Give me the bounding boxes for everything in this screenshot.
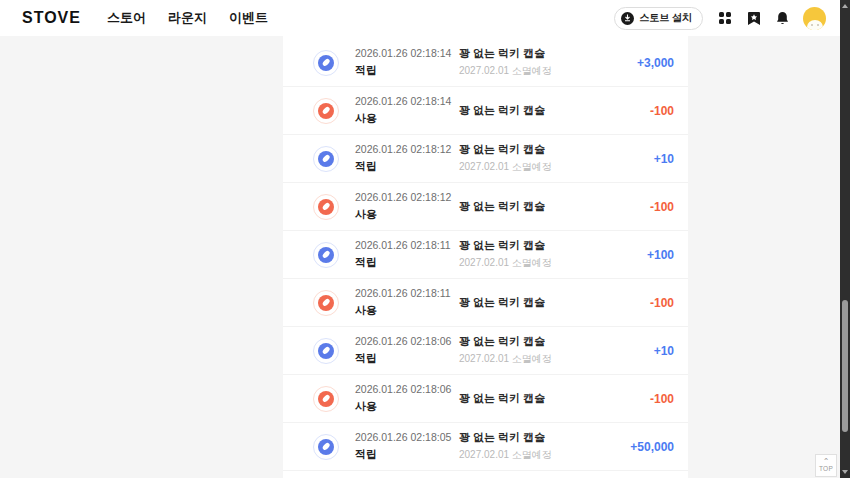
expiry-date: 2027.02.01 소멸예정 xyxy=(459,256,614,270)
header-actions: 스토브 설치 xyxy=(614,7,826,30)
download-icon xyxy=(621,12,634,25)
transaction-row: 2026.01.26 02:18:11적립꽝 없는 럭키 캡슐2027.02.0… xyxy=(283,231,688,279)
date-type-column: 2026.01.26 02:18:11적립 xyxy=(355,239,450,270)
item-column: 꽝 없는 럭키 캡슐 xyxy=(459,200,614,213)
notification-bell-icon[interactable] xyxy=(776,11,789,26)
transaction-datetime: 2026.01.26 02:18:12 xyxy=(355,191,450,204)
transaction-datetime: 2026.01.26 02:18:06 xyxy=(355,335,450,348)
transaction-datetime: 2026.01.26 02:18:11 xyxy=(355,239,450,252)
item-column: 꽝 없는 럭키 캡슐2027.02.01 소멸예정 xyxy=(459,335,614,366)
transaction-type: 적립 xyxy=(355,63,450,78)
item-column: 꽝 없는 럭키 캡슐 xyxy=(459,296,614,309)
transaction-row: 2026.01.26 02:18:06사용꽝 없는 럭키 캡슐-100 xyxy=(283,375,688,423)
point-earn-icon xyxy=(313,434,339,460)
point-use-icon xyxy=(313,194,339,220)
item-name: 꽝 없는 럭키 캡슐 xyxy=(459,143,614,156)
apps-grid-icon[interactable] xyxy=(718,11,732,25)
item-name: 꽝 없는 럭키 캡슐 xyxy=(459,104,614,117)
point-earn-icon xyxy=(313,146,339,172)
transaction-datetime: 2026.01.26 02:18:06 xyxy=(355,383,450,396)
transaction-list: 2026.01.26 02:18:14적립꽝 없는 럭키 캡슐2027.02.0… xyxy=(283,39,688,471)
transaction-datetime: 2026.01.26 02:18:05 xyxy=(355,431,450,444)
expiry-date: 2027.02.01 소멸예정 xyxy=(459,448,614,462)
transaction-type: 사용 xyxy=(355,111,450,126)
transaction-datetime: 2026.01.26 02:18:14 xyxy=(355,95,450,108)
expiry-date: 2027.02.01 소멸예정 xyxy=(459,160,614,174)
expiry-date: 2027.02.01 소멸예정 xyxy=(459,352,614,366)
item-name: 꽝 없는 럭키 캡슐 xyxy=(459,431,614,444)
point-earn-icon xyxy=(313,242,339,268)
point-history-panel: 2026.01.26 02:18:14적립꽝 없는 럭키 캡슐2027.02.0… xyxy=(283,36,688,478)
main-nav: 스토어 라운지 이벤트 xyxy=(107,9,268,27)
point-amount: -100 xyxy=(614,200,674,214)
scrollbar-down-arrow-icon[interactable] xyxy=(841,468,849,476)
item-name: 꽝 없는 럭키 캡슐 xyxy=(459,239,614,252)
item-column: 꽝 없는 럭키 캡슐2027.02.01 소멸예정 xyxy=(459,143,614,174)
nav-item-event[interactable]: 이벤트 xyxy=(229,9,268,27)
date-type-column: 2026.01.26 02:18:12사용 xyxy=(355,191,450,222)
item-name: 꽝 없는 럭키 캡슐 xyxy=(459,47,614,60)
transaction-datetime: 2026.01.26 02:18:14 xyxy=(355,47,450,60)
item-name: 꽝 없는 럭키 캡슐 xyxy=(459,335,614,348)
point-amount: +50,000 xyxy=(614,440,674,454)
bookmark-star-icon[interactable] xyxy=(747,11,761,26)
date-type-column: 2026.01.26 02:18:14적립 xyxy=(355,47,450,78)
date-type-column: 2026.01.26 02:18:05적립 xyxy=(355,431,450,462)
stove-logo[interactable]: STOVE xyxy=(22,9,81,27)
point-amount: -100 xyxy=(614,296,674,310)
scrollbar-thumb[interactable] xyxy=(842,300,848,432)
scrollbar-up-arrow-icon[interactable] xyxy=(841,2,849,10)
point-amount: -100 xyxy=(614,392,674,406)
transaction-row: 2026.01.26 02:18:12적립꽝 없는 럭키 캡슐2027.02.0… xyxy=(283,135,688,183)
transaction-type: 적립 xyxy=(355,351,450,366)
transaction-row: 2026.01.26 02:18:12사용꽝 없는 럭키 캡슐-100 xyxy=(283,183,688,231)
date-type-column: 2026.01.26 02:18:12적립 xyxy=(355,143,450,174)
user-avatar[interactable] xyxy=(803,7,826,30)
nav-item-lounge[interactable]: 라운지 xyxy=(168,9,207,27)
point-use-icon xyxy=(313,98,339,124)
top-header: STOVE 스토어 라운지 이벤트 스토브 설치 xyxy=(0,0,850,36)
item-name: 꽝 없는 럭키 캡슐 xyxy=(459,200,614,213)
transaction-row: 2026.01.26 02:18:14적립꽝 없는 럭키 캡슐2027.02.0… xyxy=(283,39,688,87)
item-name: 꽝 없는 럭키 캡슐 xyxy=(459,392,614,405)
date-type-column: 2026.01.26 02:18:14사용 xyxy=(355,95,450,126)
nav-item-store[interactable]: 스토어 xyxy=(107,9,146,27)
point-amount: +10 xyxy=(614,344,674,358)
date-type-column: 2026.01.26 02:18:11사용 xyxy=(355,287,450,318)
transaction-type: 적립 xyxy=(355,447,450,462)
stove-install-button[interactable]: 스토브 설치 xyxy=(614,7,703,30)
item-column: 꽝 없는 럭키 캡슐2027.02.01 소멸예정 xyxy=(459,431,614,462)
transaction-datetime: 2026.01.26 02:18:11 xyxy=(355,287,450,300)
transaction-row: 2026.01.26 02:18:11사용꽝 없는 럭키 캡슐-100 xyxy=(283,279,688,327)
transaction-type: 사용 xyxy=(355,207,450,222)
date-type-column: 2026.01.26 02:18:06사용 xyxy=(355,383,450,414)
item-column: 꽝 없는 럭키 캡슐 xyxy=(459,104,614,117)
item-column: 꽝 없는 럭키 캡슐 xyxy=(459,392,614,405)
transaction-row: 2026.01.26 02:18:14사용꽝 없는 럭키 캡슐-100 xyxy=(283,87,688,135)
item-column: 꽝 없는 럭키 캡슐2027.02.01 소멸예정 xyxy=(459,239,614,270)
point-amount: +100 xyxy=(614,248,674,262)
point-earn-icon xyxy=(313,50,339,76)
date-type-column: 2026.01.26 02:18:06적립 xyxy=(355,335,450,366)
expiry-date: 2027.02.01 소멸예정 xyxy=(459,64,614,78)
vertical-scrollbar[interactable] xyxy=(840,0,850,478)
point-use-icon xyxy=(313,290,339,316)
install-button-label: 스토브 설치 xyxy=(639,11,692,25)
transaction-type: 적립 xyxy=(355,255,450,270)
transaction-type: 사용 xyxy=(355,399,450,414)
point-amount: +3,000 xyxy=(614,56,674,70)
transaction-datetime: 2026.01.26 02:18:12 xyxy=(355,143,450,156)
item-name: 꽝 없는 럭키 캡슐 xyxy=(459,296,614,309)
transaction-row: 2026.01.26 02:18:05적립꽝 없는 럭키 캡슐2027.02.0… xyxy=(283,423,688,471)
point-amount: +10 xyxy=(614,152,674,166)
top-button-label: TOP xyxy=(819,465,833,473)
point-use-icon xyxy=(313,386,339,412)
transaction-row: 2026.01.26 02:18:06적립꽝 없는 럭키 캡슐2027.02.0… xyxy=(283,327,688,375)
transaction-type: 적립 xyxy=(355,159,450,174)
chevron-up-icon: ⌃ xyxy=(823,458,830,465)
point-amount: -100 xyxy=(614,104,674,118)
scroll-to-top-button[interactable]: ⌃ TOP xyxy=(815,454,837,477)
item-column: 꽝 없는 럭키 캡슐2027.02.01 소멸예정 xyxy=(459,47,614,78)
avatar-face xyxy=(807,20,823,30)
point-earn-icon xyxy=(313,338,339,364)
